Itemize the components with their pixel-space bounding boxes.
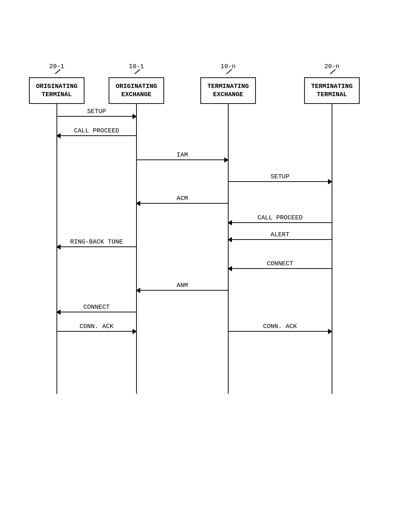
msg-line-2 — [136, 159, 228, 160]
msg-label-8: CONNECT — [251, 260, 309, 267]
msg-label-7: RING-BACK TONE — [68, 238, 125, 246]
msg-line-6 — [228, 239, 332, 240]
entity-oe: ORIGINATINGEXCHANGE — [109, 77, 164, 104]
msg-line-12 — [228, 331, 332, 332]
msg-label-5: CALL PROCEED — [251, 214, 309, 221]
msg-label-10: CONNECT — [68, 303, 125, 311]
msg-line-8 — [228, 268, 332, 269]
msg-label-3: SETUP — [251, 173, 309, 180]
ref-label-oe: 10-1 — [127, 63, 146, 70]
entity-tt: TERMINATINGTERMINAL — [304, 77, 360, 104]
msg-label-12: CONN. ACK — [251, 323, 309, 330]
msg-line-7 — [57, 246, 136, 247]
ref-label-te: 10-n — [218, 63, 238, 70]
msg-label-6: ALERT — [251, 231, 309, 238]
ref-label-ot: 20-1 — [47, 63, 66, 70]
vline-tt — [332, 104, 332, 394]
msg-label-2: IAM — [153, 151, 211, 158]
msg-line-3 — [228, 181, 332, 182]
msg-line-1 — [57, 135, 136, 136]
msg-line-0 — [57, 116, 136, 117]
msg-label-1: CALL PROCEED — [68, 127, 125, 134]
diagram: 20-110-110-n20-nORIGINATINGTERMINALORIGI… — [15, 48, 405, 507]
msg-label-4: ACM — [153, 195, 211, 202]
msg-label-11: CONN. ACK — [68, 323, 125, 330]
msg-line-11 — [57, 331, 136, 332]
msg-line-5 — [228, 222, 332, 223]
msg-line-9 — [136, 290, 228, 291]
msg-line-4 — [136, 203, 228, 204]
vline-te — [228, 104, 229, 394]
msg-line-10 — [57, 312, 136, 313]
msg-label-9: ANM — [153, 282, 211, 289]
vline-oe — [136, 104, 137, 394]
entity-te: TERMINATINGEXCHANGE — [200, 77, 256, 104]
ref-label-tt: 20-n — [322, 63, 342, 70]
entity-ot: ORIGINATINGTERMINAL — [29, 77, 85, 104]
msg-label-0: SETUP — [68, 108, 125, 115]
